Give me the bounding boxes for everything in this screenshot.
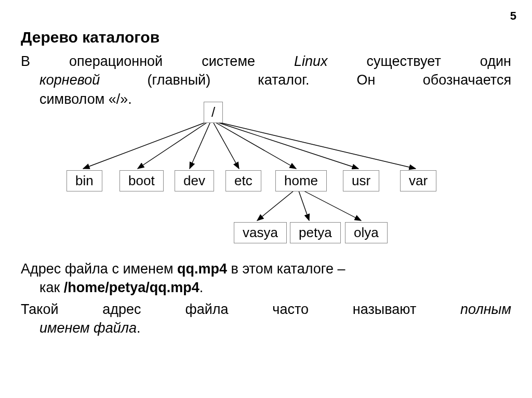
page-number: 5 <box>510 9 516 23</box>
p2-l1: Такой адрес файла часто называют <box>21 301 460 317</box>
paragraph-filepath: Адрес файла с именем qq.mp4 в этом катал… <box>21 259 511 297</box>
node-usr: usr <box>343 170 379 191</box>
p1-l2-c: . <box>200 280 204 295</box>
node-dev: dev <box>175 170 214 191</box>
node-root: / <box>204 102 223 123</box>
intro-l1-c: существует один <box>328 53 511 69</box>
svg-line-0 <box>83 122 207 169</box>
p1-l2-b: /home/petya/qq.mp4 <box>64 280 200 295</box>
p2-l2-i: именем файла <box>39 320 137 336</box>
node-olya: olya <box>345 222 388 243</box>
svg-line-4 <box>215 122 296 169</box>
node-var: var <box>400 170 436 191</box>
intro-l2-b: (главный) каталог. Он обозначается <box>100 72 511 88</box>
intro-l1-a: В операционной системе <box>21 53 294 69</box>
node-bin: bin <box>66 170 102 191</box>
p1-l1-a: Адрес файла с именем <box>21 261 177 277</box>
svg-line-9 <box>304 191 361 221</box>
intro-l1-b: Linux <box>294 53 328 69</box>
node-home: home <box>275 170 327 191</box>
node-boot: boot <box>119 170 164 191</box>
svg-line-8 <box>299 191 309 221</box>
svg-line-7 <box>257 191 294 221</box>
node-petya: petya <box>290 222 341 243</box>
svg-line-1 <box>138 122 208 169</box>
page-title: Дерево каталогов <box>21 29 159 46</box>
svg-line-5 <box>216 122 358 169</box>
p1-l2-a: как <box>39 280 64 295</box>
directory-tree-diagram: / bin boot dev etc home usr var vasya pe… <box>0 99 532 244</box>
p2-l1-i: полным <box>460 301 511 317</box>
p1-l1-c: в этом каталоге – <box>227 261 345 277</box>
svg-line-6 <box>217 122 416 169</box>
svg-line-3 <box>213 122 239 169</box>
node-vasya: vasya <box>234 222 287 243</box>
svg-line-2 <box>190 122 210 169</box>
paragraph-fullname: Такой адрес файла часто называют полным … <box>21 300 511 338</box>
node-etc: etc <box>225 170 261 191</box>
intro-l2-a: корневой <box>39 72 100 88</box>
p2-l2: . <box>137 320 141 336</box>
p1-l1-b: qq.mp4 <box>177 261 227 277</box>
